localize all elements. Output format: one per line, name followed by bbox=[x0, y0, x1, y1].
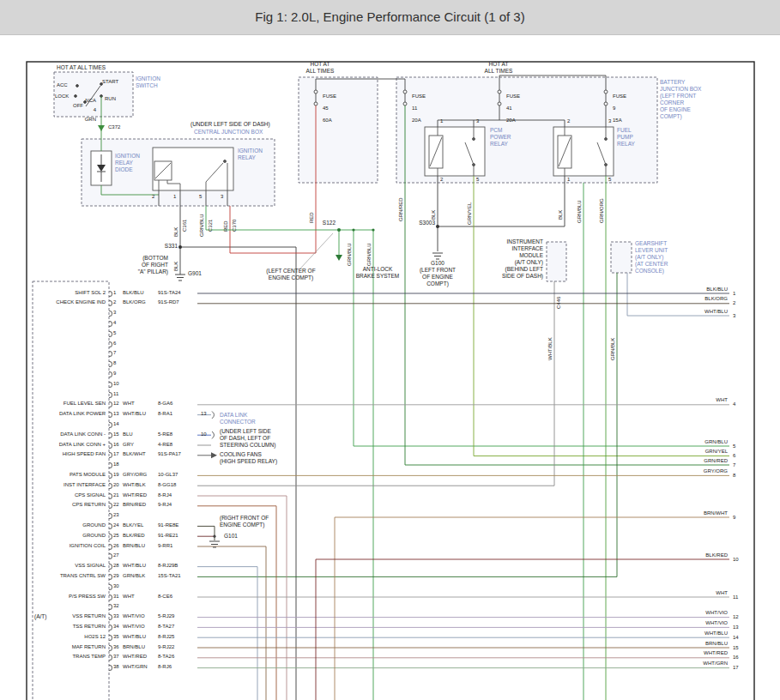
right-pin-number: 16 bbox=[733, 655, 747, 661]
fuel-relay-pin: 3 bbox=[608, 118, 611, 124]
fuel-pump-relay-label: FUEL PUMP RELAY bbox=[617, 127, 635, 148]
pcm-pin-wire-color: GRY/ORG bbox=[123, 472, 157, 478]
fuse-rating: 20A bbox=[506, 118, 520, 124]
wire-vertical-label: GRN/BLU bbox=[347, 243, 353, 266]
pcm-pin-circuit-number: 9-RR1 bbox=[158, 543, 197, 549]
pcm-pin-function-label: HIGH SPEED FAN bbox=[34, 451, 106, 457]
pcm-pin-number: 18 bbox=[113, 462, 124, 468]
battery-junction-box-label: BATTERY JUNCTION BOX (LEFT FRONT CORNER … bbox=[660, 79, 701, 120]
figure-page: Fig 1: 2.0L, Engine Performance Circuit … bbox=[0, 0, 780, 700]
pcm-pin-function-label: VSS RETURN bbox=[34, 613, 106, 619]
pcm-pin-circuit-number: 4-RE8 bbox=[158, 442, 197, 448]
pcm-pin-wire-color: WHT/VIO bbox=[123, 613, 157, 619]
fuse-number: 45 bbox=[323, 106, 336, 112]
pcm-pin-wire-color: WHT/BLK bbox=[123, 482, 157, 488]
fuse-rating: 15A bbox=[613, 118, 626, 124]
pcm-pin-function-label: DATA LINK CONN - bbox=[34, 431, 106, 438]
right-wire-color-label: BLK/RED bbox=[676, 552, 728, 558]
right-pin-number: 2 bbox=[733, 300, 747, 306]
pcm-pin-bracket bbox=[109, 493, 112, 499]
pcm-pin-bracket bbox=[109, 625, 112, 631]
cjb-location: (UNDER LEFT SIDE OF DASH) bbox=[190, 121, 270, 128]
dlc-pin-10: 10 bbox=[201, 431, 207, 438]
pcm-pin-wire-color: WHT bbox=[123, 594, 157, 600]
right-pin-number: 17 bbox=[733, 665, 747, 671]
pcm-pin-function-label: TRANS CNTRL SW bbox=[34, 573, 106, 579]
pcm-pin-wire-color: BRN/BLU bbox=[123, 543, 157, 549]
pcm-pin-number: 11 bbox=[113, 391, 124, 397]
right-wire-color-label: GRN/YEL bbox=[676, 449, 728, 455]
pcm-pin-bracket bbox=[109, 291, 112, 297]
pcm-pin-wire-color: GRY bbox=[123, 442, 157, 448]
wire-vertical-label: GRN/BLU bbox=[199, 214, 205, 237]
pcm-pin-bracket bbox=[109, 544, 112, 550]
fuel-relay-pin: 1 bbox=[567, 177, 570, 183]
g901-location: (BOTTOM OF RIGHT "A" PILLAR) bbox=[112, 255, 168, 275]
wire-vertical-label: RED bbox=[223, 220, 229, 232]
pcm-pin-function-label: MAF RETURN bbox=[34, 644, 106, 650]
instrument-interface-module-label: INSTRUMENT INTERFACE MODULE (A/T ONLY) (… bbox=[492, 238, 543, 280]
fuel-relay-pin: 5 bbox=[608, 177, 611, 183]
g100-location: (LEFT FRONT OF ENGINE COMPT) bbox=[418, 267, 457, 287]
fuse-45: FUSE 45 60A bbox=[323, 88, 336, 130]
switch-pos-start: START bbox=[102, 79, 118, 85]
pcm-pin-number: 14 bbox=[113, 421, 124, 427]
wire-vertical-label: BLK bbox=[558, 210, 564, 220]
wire-vertical-label: C446 bbox=[556, 297, 562, 309]
pcm-pin-circuit-number: 9-RJ4 bbox=[158, 502, 197, 508]
wire-vertical-label: C370 bbox=[232, 220, 238, 232]
pcm-pin-bracket bbox=[109, 584, 112, 590]
pcm-pin-circuit-number: 8-RJ25 bbox=[158, 634, 197, 640]
g101-location: (RIGHT FRONT OF ENGINE COMPT) bbox=[220, 515, 269, 528]
pcm-pin-wire-color: BRN/RED bbox=[123, 502, 157, 508]
pcm-pin-circuit-number: 91S-TA24 bbox=[158, 290, 197, 296]
right-pin-number: 7 bbox=[733, 462, 747, 468]
right-wire-color-label: WHT/GRN bbox=[676, 661, 728, 667]
dlc-location: (UNDER LEFT SIDE OF DASH, LEFT OF STEERI… bbox=[220, 428, 275, 449]
wire-vertical-label: RED bbox=[309, 212, 315, 223]
pcm-pin-bracket bbox=[109, 321, 112, 327]
pcm-relay-pin: 1 bbox=[440, 118, 443, 124]
pcm-pin-circuit-number: 8-RA1 bbox=[158, 411, 197, 417]
pcm-pin-bracket bbox=[109, 534, 112, 540]
wire-vertical-label: BLK bbox=[431, 210, 437, 220]
fuel-relay-pin: 2 bbox=[567, 118, 570, 124]
pcm-pin-function-label: VSS SIGNAL bbox=[34, 563, 106, 569]
pcm-pin-wire-color: BLU bbox=[123, 431, 157, 438]
pcm-pin-circuit-number: 91-RE21 bbox=[158, 533, 197, 539]
pcm-pin-bracket bbox=[109, 341, 112, 347]
fuse-name: FUSE bbox=[323, 94, 336, 100]
pcm-pin-circuit-number: 8-CE6 bbox=[158, 594, 197, 600]
cjb-relay-pin: 5 bbox=[199, 194, 202, 200]
pcm-pin-circuit-number: 8-TA27 bbox=[158, 624, 197, 630]
fuse-name: FUSE bbox=[506, 94, 520, 100]
pcm-pin-number: 30 bbox=[113, 583, 124, 589]
pcm-pin-circuit-number: 8-GG18 bbox=[158, 482, 197, 488]
pcm-pin-circuit-number: 5-RJ29 bbox=[158, 613, 197, 619]
right-pin-number: 3 bbox=[733, 313, 747, 319]
pcm-pin-wire-color: WHT/BLU bbox=[123, 411, 157, 417]
wire-color-grn: GRN bbox=[76, 117, 96, 123]
pcm-pin-circuit-number: 8-RJ4 bbox=[158, 492, 197, 498]
pcm-pin-function-label: IGNITION COIL bbox=[34, 543, 106, 549]
pcm-pin-bracket bbox=[109, 594, 112, 600]
right-wire-color-label: BLK/BLU bbox=[676, 287, 728, 293]
pcm-pin-circuit-number: 8-RJ29B bbox=[158, 563, 197, 569]
right-pin-number: 1 bbox=[733, 291, 747, 297]
wire-vertical-label: C321 bbox=[208, 220, 214, 232]
pcm-pin-wire-color: WHT bbox=[123, 401, 157, 407]
switch-pos-acc: ACC bbox=[57, 82, 68, 88]
switch-pos-lock: LOCK bbox=[55, 94, 69, 100]
pcm-pin-wire-color: BLK/YEL bbox=[123, 522, 157, 528]
pcm-relay-pin: 2 bbox=[440, 177, 443, 183]
fuse-number: 11 bbox=[412, 106, 426, 112]
gearshift-lever-unit-label: GEARSHIFT LEVER UNIT (A/T ONLY) (AT CENT… bbox=[635, 240, 668, 275]
pcm-pin-number: 27 bbox=[113, 552, 124, 558]
pcm-relay-pin: 3 bbox=[476, 118, 479, 124]
right-pin-number: 12 bbox=[733, 614, 747, 620]
pcm-pin-circuit-number: 91-RE8E bbox=[158, 522, 197, 528]
right-wire-color-label: WHT bbox=[676, 397, 728, 403]
pcm-pin-bracket bbox=[109, 443, 112, 449]
pcm-pin-bracket bbox=[109, 392, 112, 398]
right-wire-color-label: GRY/ORG bbox=[676, 468, 728, 474]
